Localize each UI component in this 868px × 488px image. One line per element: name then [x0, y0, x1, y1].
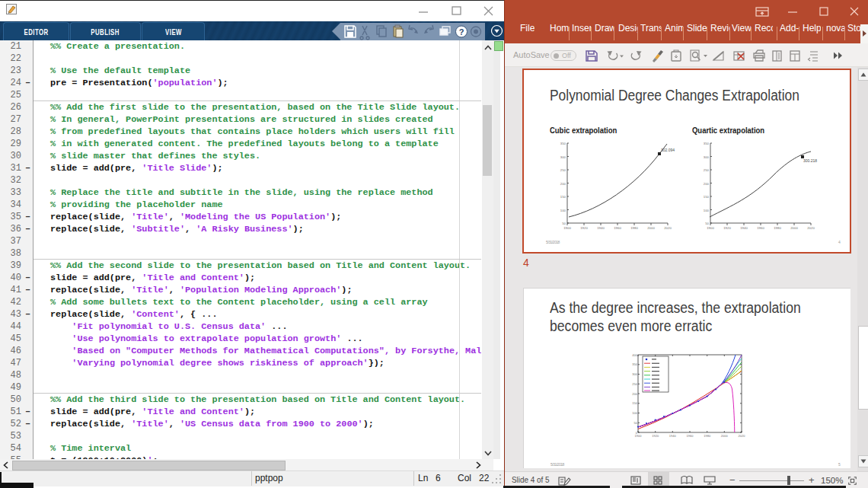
svg-text:1940: 1940	[597, 226, 605, 230]
svg-text:2020: 2020	[664, 226, 672, 230]
svg-text:250: 250	[560, 168, 566, 172]
svg-text:1900: 1900	[635, 434, 643, 438]
svg-text:1920: 1920	[652, 434, 659, 438]
svg-text:350: 350	[560, 142, 566, 145]
svg-text:200: 200	[632, 392, 637, 396]
svg-text:1940: 1940	[669, 434, 677, 438]
svg-text:350: 350	[632, 362, 637, 366]
svg-text:200: 200	[704, 182, 710, 186]
svg-text:302.094: 302.094	[661, 148, 675, 152]
svg-text:1920: 1920	[580, 226, 588, 230]
svg-text:1900: 1900	[707, 226, 714, 230]
svg-text:150: 150	[704, 195, 710, 199]
svg-text:100: 100	[704, 209, 710, 212]
svg-text:1960: 1960	[687, 434, 694, 438]
svg-text:300: 300	[704, 155, 710, 159]
svg-text:2000: 2000	[647, 226, 655, 230]
svg-text:150: 150	[632, 401, 637, 405]
svg-text:1960: 1960	[614, 226, 621, 230]
svg-text:250: 250	[704, 168, 710, 172]
svg-text:?: ?	[459, 27, 464, 37]
svg-text:300: 300	[632, 372, 637, 376]
svg-text:100: 100	[632, 411, 637, 415]
svg-text:300.218: 300.218	[803, 158, 817, 163]
svg-text:50: 50	[634, 421, 638, 425]
svg-text:400: 400	[632, 353, 637, 357]
svg-text:1980: 1980	[630, 226, 638, 230]
svg-text:250: 250	[632, 382, 637, 386]
svg-text:1980: 1980	[704, 434, 711, 438]
svg-text:1960: 1960	[757, 226, 764, 230]
svg-text:350: 350	[704, 142, 710, 145]
svg-text:300: 300	[560, 155, 566, 159]
svg-text:2020: 2020	[807, 226, 815, 230]
svg-text:1940: 1940	[740, 226, 748, 230]
svg-text:1920: 1920	[723, 226, 731, 230]
svg-text:1980: 1980	[774, 226, 781, 230]
svg-text:50: 50	[705, 222, 709, 225]
svg-text:1900: 1900	[563, 226, 571, 230]
svg-text:2000: 2000	[790, 226, 798, 230]
svg-text:2000: 2000	[721, 434, 729, 438]
svg-text:50: 50	[562, 222, 566, 225]
svg-text:2020: 2020	[739, 434, 746, 438]
svg-text:150: 150	[560, 195, 566, 199]
svg-text:200: 200	[560, 182, 566, 186]
svg-text:100: 100	[560, 209, 566, 212]
